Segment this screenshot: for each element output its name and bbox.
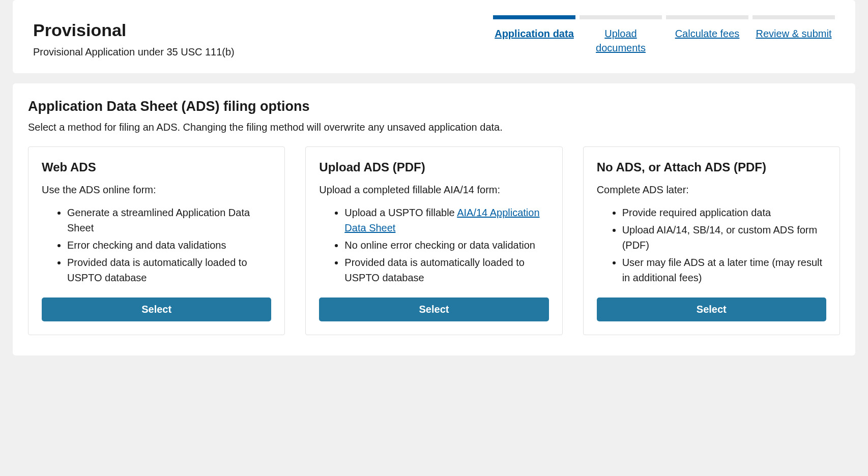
list-item: Upload AIA/14, SB/14, or custom ADS form…	[622, 222, 826, 253]
header-left: Provisional Provisional Application unde…	[33, 15, 235, 58]
list-item-text: Upload a USPTO fillable	[344, 207, 457, 218]
header-card: Provisional Provisional Application unde…	[13, 0, 855, 73]
section-subtitle: Select a method for filing an ADS. Chang…	[28, 122, 840, 133]
step-calculate-fees[interactable]: Calculate fees	[666, 15, 748, 55]
section-title: Application Data Sheet (ADS) filing opti…	[28, 99, 840, 114]
select-button-no-ads[interactable]: Select	[597, 298, 826, 321]
step-application-data[interactable]: Application data	[493, 15, 575, 55]
step-bar	[753, 15, 835, 19]
step-upload-documents[interactable]: Upload documents	[580, 15, 662, 55]
stepper: Application data Upload documents Calcul…	[493, 15, 835, 55]
step-review-submit[interactable]: Review & submit	[753, 15, 835, 55]
option-list: Upload a USPTO fillable AIA/14 Applicati…	[319, 205, 548, 287]
option-title: Web ADS	[42, 160, 271, 174]
option-title: Upload ADS (PDF)	[319, 160, 548, 174]
content-card: Application Data Sheet (ADS) filing opti…	[13, 83, 855, 355]
list-item: Provide required application data	[622, 205, 826, 220]
step-label[interactable]: Calculate fees	[675, 26, 740, 41]
list-item: Generate a streamlined Application Data …	[67, 205, 271, 235]
list-item: Provided data is automatically loaded to…	[67, 255, 271, 285]
option-list: Generate a streamlined Application Data …	[42, 205, 271, 287]
list-item: Error checking and data validations	[67, 237, 271, 253]
select-button-web-ads[interactable]: Select	[42, 298, 271, 321]
option-intro: Complete ADS later:	[597, 183, 826, 197]
step-bar	[580, 15, 662, 19]
step-label[interactable]: Review & submit	[756, 26, 832, 41]
list-item: Upload a USPTO fillable AIA/14 Applicati…	[344, 205, 548, 235]
options-row: Web ADS Use the ADS online form: Generat…	[28, 146, 840, 335]
page-title: Provisional	[33, 20, 235, 40]
option-list: Provide required application data Upload…	[597, 205, 826, 287]
option-card-no-ads: No ADS, or Attach ADS (PDF) Complete ADS…	[583, 146, 840, 335]
select-button-upload-ads[interactable]: Select	[319, 298, 548, 321]
option-intro: Use the ADS online form:	[42, 183, 271, 197]
option-title: No ADS, or Attach ADS (PDF)	[597, 160, 826, 174]
list-item: User may file ADS at a later time (may r…	[622, 255, 826, 285]
page-subtitle: Provisional Application under 35 USC 111…	[33, 46, 235, 58]
option-card-upload-ads: Upload ADS (PDF) Upload a completed fill…	[305, 146, 562, 335]
step-bar	[666, 15, 748, 19]
step-label[interactable]: Application data	[495, 26, 574, 41]
list-item: Provided data is automatically loaded to…	[344, 255, 548, 285]
list-item: No online error checking or data validat…	[344, 237, 548, 253]
step-bar	[493, 15, 575, 19]
option-intro: Upload a completed fillable AIA/14 form:	[319, 183, 548, 197]
step-label[interactable]: Upload documents	[580, 26, 662, 55]
option-card-web-ads: Web ADS Use the ADS online form: Generat…	[28, 146, 285, 335]
